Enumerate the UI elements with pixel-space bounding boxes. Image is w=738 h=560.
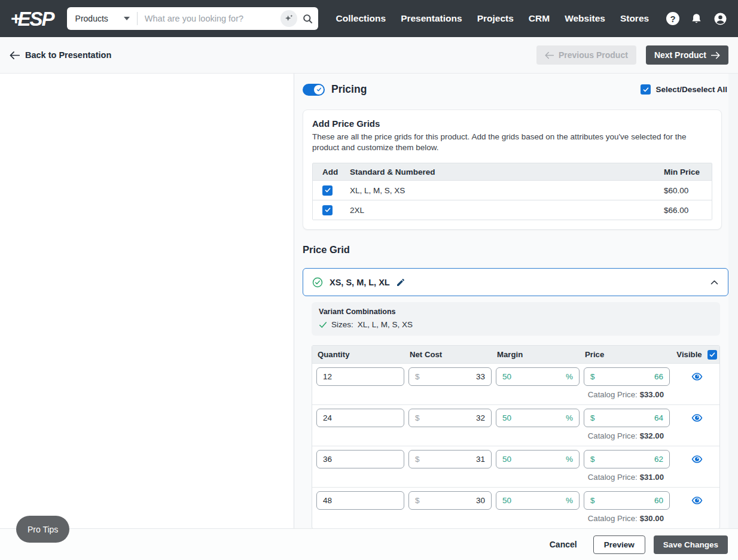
add-price-grids-card: Add Price Grids These are all the price …	[303, 109, 722, 230]
nav-link-websites[interactable]: Websites	[565, 13, 605, 24]
net-cost-input[interactable]: $ 31	[408, 450, 492, 468]
visible-eye-icon[interactable]	[691, 454, 703, 464]
catalog-price-label: Catalog Price:	[588, 514, 638, 523]
price-grid-accordion-header[interactable]: XS, S, M, L, XL	[303, 268, 728, 296]
nav-link-stores[interactable]: Stores	[620, 13, 649, 24]
notifications-bell-icon[interactable]	[690, 13, 703, 25]
price-grid-heading: Price Grid	[303, 244, 728, 255]
margin-value: 50	[502, 372, 511, 381]
nav-link-presentations[interactable]: Presentations	[401, 13, 462, 24]
quantity-input[interactable]	[316, 409, 404, 427]
previous-product-label: Previous Product	[559, 50, 628, 60]
search-category-dropdown[interactable]: Products	[75, 14, 130, 23]
nav-link-projects[interactable]: Projects	[477, 13, 514, 24]
price-grids-table-header: Add Standard & Numbered Min Price	[313, 163, 712, 180]
check-icon	[319, 321, 327, 328]
visible-eye-icon[interactable]	[691, 495, 703, 506]
visible-all-checkbox[interactable]	[707, 350, 717, 360]
price-input[interactable]: $ 60	[584, 491, 670, 510]
variant-sizes-line: Sizes: XL, L, M, S, XS	[319, 320, 713, 329]
dollar-symbol: $	[415, 413, 420, 422]
nav-link-crm[interactable]: CRM	[529, 13, 550, 24]
catalog-price-label: Catalog Price:	[588, 473, 638, 482]
quantity-input[interactable]	[316, 450, 404, 468]
price-input[interactable]: $ 66	[584, 367, 670, 386]
variant-combinations-box: Variant Combinations Sizes: XL, L, M, S,…	[312, 302, 720, 336]
edit-pencil-icon[interactable]	[396, 278, 405, 287]
sizes-value: XL, L, M, S, XS	[358, 320, 413, 329]
price-input[interactable]: $ 64	[584, 409, 670, 427]
main-area: Pricing Select/Deselect All Add Price Gr…	[0, 74, 738, 528]
save-changes-button[interactable]: Save Changes	[654, 535, 728, 554]
column-add: Add	[322, 168, 350, 176]
ai-sparkle-icon[interactable]	[280, 10, 297, 27]
pricing-table: Quantity Net Cost Margin Price Visible	[312, 345, 720, 528]
net-cost-value: 31	[476, 455, 485, 464]
search-divider	[137, 12, 138, 25]
margin-value: 50	[502, 455, 511, 464]
price-value: 60	[654, 496, 663, 505]
search-input[interactable]	[145, 14, 280, 23]
variant-combinations-title: Variant Combinations	[319, 308, 713, 316]
grid-row-min-price: $60.00	[664, 186, 712, 195]
price-input[interactable]: $ 62	[584, 450, 670, 468]
sizes-label: Sizes:	[331, 320, 353, 329]
net-cost-input[interactable]: $ 32	[408, 409, 492, 427]
table-row: $ 33 50 % $ 66	[312, 363, 719, 404]
account-icon[interactable]	[713, 12, 727, 26]
margin-input[interactable]: 50 %	[496, 491, 580, 510]
grid-row-checkbox[interactable]	[322, 185, 333, 196]
previous-product-button[interactable]: Previous Product	[536, 45, 636, 65]
net-cost-value: 32	[476, 413, 485, 422]
margin-value: 50	[502, 413, 511, 422]
back-to-presentation-link[interactable]: Back to Presentation	[10, 50, 111, 60]
column-margin: Margin	[496, 350, 580, 359]
esp-logo-text: ESP	[18, 9, 54, 29]
quantity-input[interactable]	[316, 491, 404, 510]
net-cost-input[interactable]: $ 33	[408, 367, 492, 386]
subheader-bar: Back to Presentation Previous Product Ne…	[0, 37, 738, 74]
chevron-up-icon[interactable]	[710, 279, 719, 286]
footer-action-bar: Cancel Preview Save Changes	[0, 528, 738, 560]
arrow-left-icon	[545, 51, 554, 59]
primary-nav: Collections Presentations Projects CRM W…	[336, 13, 649, 24]
net-cost-input[interactable]: $ 30	[408, 491, 492, 510]
pricing-panel: Pricing Select/Deselect All Add Price Gr…	[294, 74, 728, 528]
select-all-checkbox[interactable]	[641, 84, 651, 95]
search-category-label: Products	[75, 14, 108, 23]
nav-link-collections[interactable]: Collections	[336, 13, 386, 24]
add-price-grids-title: Add Price Grids	[312, 118, 712, 129]
grid-row-name: 2XL	[350, 206, 664, 215]
price-value: 64	[654, 413, 663, 422]
quantity-input[interactable]	[316, 367, 404, 386]
arrow-right-icon	[711, 51, 720, 59]
cancel-button[interactable]: Cancel	[550, 540, 577, 549]
help-icon[interactable]: ?	[666, 12, 679, 25]
table-row: $ 30 50 % $ 60	[312, 487, 719, 528]
column-quantity: Quantity	[316, 350, 404, 359]
net-cost-value: 30	[476, 496, 485, 505]
product-nav-actions: Previous Product Next Product	[536, 45, 728, 65]
dollar-symbol: $	[590, 455, 595, 464]
scrollbar-track[interactable]	[728, 74, 738, 528]
margin-input[interactable]: 50 %	[496, 450, 580, 468]
select-deselect-all[interactable]: Select/Deselect All	[641, 84, 727, 95]
preview-button[interactable]: Preview	[593, 535, 645, 554]
margin-input[interactable]: 50 %	[496, 409, 580, 427]
pricing-toggle[interactable]	[303, 84, 325, 96]
margin-input[interactable]: 50 %	[496, 367, 580, 386]
catalog-price-value: $30.00	[640, 514, 664, 523]
esp-logo[interactable]: + ESP	[11, 9, 54, 29]
catalog-price-value: $33.00	[640, 390, 664, 399]
catalog-price-label: Catalog Price:	[588, 390, 638, 399]
help-glyph: ?	[670, 14, 675, 24]
visible-eye-icon[interactable]	[691, 413, 703, 423]
pro-tips-button[interactable]: Pro Tips	[16, 516, 69, 543]
chevron-down-icon	[124, 17, 130, 20]
next-product-button[interactable]: Next Product	[646, 45, 728, 65]
table-row: $ 31 50 % $ 62	[312, 446, 719, 487]
search-icon[interactable]	[302, 13, 313, 25]
visible-eye-icon[interactable]	[691, 372, 703, 382]
catalog-price-line: Catalog Price:$30.00	[312, 514, 719, 523]
grid-row-checkbox[interactable]	[322, 205, 333, 215]
